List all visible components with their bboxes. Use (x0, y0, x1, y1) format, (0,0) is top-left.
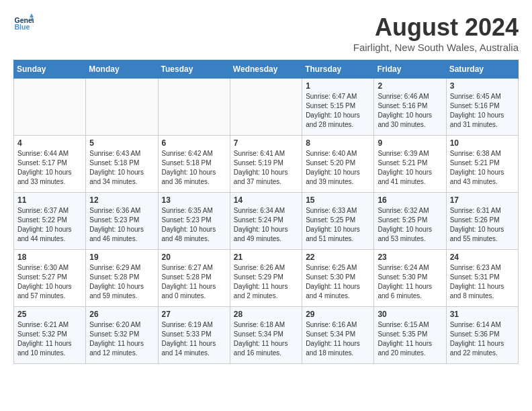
day-number: 6 (162, 138, 226, 148)
logo: General Blue (13, 13, 34, 34)
calendar-cell: 4Sunrise: 6:44 AM Sunset: 5:17 PM Daylig… (14, 136, 86, 193)
calendar-cell: 7Sunrise: 6:41 AM Sunset: 5:19 PM Daylig… (230, 136, 302, 193)
calendar-subtitle: Fairlight, New South Wales, Australia (353, 42, 519, 53)
calendar-week-2: 4Sunrise: 6:44 AM Sunset: 5:17 PM Daylig… (14, 136, 519, 193)
calendar-week-5: 25Sunrise: 6:21 AM Sunset: 5:32 PM Dayli… (14, 307, 519, 364)
calendar-cell (14, 79, 86, 136)
title-area: August 2024 Fairlight, New South Wales, … (353, 13, 519, 53)
day-number: 13 (162, 195, 226, 205)
day-info: Sunrise: 6:44 AM Sunset: 5:17 PM Dayligh… (17, 149, 82, 187)
day-info: Sunrise: 6:31 AM Sunset: 5:26 PM Dayligh… (450, 206, 515, 244)
day-info: Sunrise: 6:34 AM Sunset: 5:24 PM Dayligh… (234, 206, 298, 244)
calendar-cell: 14Sunrise: 6:34 AM Sunset: 5:24 PM Dayli… (230, 193, 302, 250)
calendar-cell: 12Sunrise: 6:36 AM Sunset: 5:23 PM Dayli… (86, 193, 158, 250)
day-info: Sunrise: 6:23 AM Sunset: 5:31 PM Dayligh… (450, 263, 515, 301)
calendar-cell: 6Sunrise: 6:42 AM Sunset: 5:18 PM Daylig… (158, 136, 230, 193)
day-info: Sunrise: 6:42 AM Sunset: 5:18 PM Dayligh… (162, 149, 226, 187)
day-info: Sunrise: 6:14 AM Sunset: 5:36 PM Dayligh… (450, 320, 515, 358)
weekday-header-row: SundayMondayTuesdayWednesdayThursdayFrid… (14, 60, 519, 79)
day-info: Sunrise: 6:32 AM Sunset: 5:25 PM Dayligh… (378, 206, 442, 244)
day-info: Sunrise: 6:38 AM Sunset: 5:21 PM Dayligh… (450, 149, 515, 187)
day-number: 9 (378, 138, 442, 148)
day-number: 31 (450, 310, 515, 319)
calendar-cell: 15Sunrise: 6:33 AM Sunset: 5:25 PM Dayli… (302, 193, 374, 250)
day-info: Sunrise: 6:39 AM Sunset: 5:21 PM Dayligh… (378, 149, 442, 187)
calendar-cell: 19Sunrise: 6:29 AM Sunset: 5:28 PM Dayli… (86, 250, 158, 307)
day-number: 5 (89, 138, 154, 148)
weekday-header-monday: Monday (86, 60, 158, 79)
day-number: 3 (450, 81, 515, 91)
calendar-cell: 29Sunrise: 6:16 AM Sunset: 5:34 PM Dayli… (302, 307, 374, 364)
calendar-cell: 9Sunrise: 6:39 AM Sunset: 5:21 PM Daylig… (374, 136, 446, 193)
calendar-cell: 31Sunrise: 6:14 AM Sunset: 5:36 PM Dayli… (446, 307, 518, 364)
day-number: 29 (306, 310, 370, 319)
day-number: 18 (17, 253, 82, 262)
calendar-cell: 17Sunrise: 6:31 AM Sunset: 5:26 PM Dayli… (446, 193, 518, 250)
day-info: Sunrise: 6:43 AM Sunset: 5:18 PM Dayligh… (89, 149, 154, 187)
day-info: Sunrise: 6:47 AM Sunset: 5:15 PM Dayligh… (306, 92, 370, 130)
day-info: Sunrise: 6:25 AM Sunset: 5:30 PM Dayligh… (306, 263, 370, 301)
calendar-header: SundayMondayTuesdayWednesdayThursdayFrid… (14, 60, 519, 79)
day-info: Sunrise: 6:29 AM Sunset: 5:28 PM Dayligh… (89, 263, 154, 301)
calendar-cell: 1Sunrise: 6:47 AM Sunset: 5:15 PM Daylig… (302, 79, 374, 136)
day-info: Sunrise: 6:45 AM Sunset: 5:16 PM Dayligh… (450, 92, 515, 130)
calendar-week-1: 1Sunrise: 6:47 AM Sunset: 5:15 PM Daylig… (14, 79, 519, 136)
calendar-cell (86, 79, 158, 136)
svg-text:Blue: Blue (15, 23, 30, 31)
day-info: Sunrise: 6:33 AM Sunset: 5:25 PM Dayligh… (306, 206, 370, 244)
day-number: 12 (89, 195, 154, 205)
weekday-header-wednesday: Wednesday (230, 60, 302, 79)
day-number: 17 (450, 195, 515, 205)
day-number: 14 (234, 195, 298, 205)
weekday-header-saturday: Saturday (446, 60, 518, 79)
calendar-table: SundayMondayTuesdayWednesdayThursdayFrid… (13, 60, 519, 364)
calendar-cell: 27Sunrise: 6:19 AM Sunset: 5:33 PM Dayli… (158, 307, 230, 364)
calendar-title: August 2024 (353, 13, 519, 42)
calendar-cell: 22Sunrise: 6:25 AM Sunset: 5:30 PM Dayli… (302, 250, 374, 307)
logo-icon: General Blue (13, 13, 34, 34)
day-info: Sunrise: 6:24 AM Sunset: 5:30 PM Dayligh… (378, 263, 442, 301)
day-number: 1 (306, 81, 370, 91)
calendar-cell (230, 79, 302, 136)
day-info: Sunrise: 6:18 AM Sunset: 5:34 PM Dayligh… (234, 320, 298, 358)
calendar-cell (158, 79, 230, 136)
day-number: 19 (89, 253, 154, 262)
calendar-cell: 5Sunrise: 6:43 AM Sunset: 5:18 PM Daylig… (86, 136, 158, 193)
day-info: Sunrise: 6:35 AM Sunset: 5:23 PM Dayligh… (162, 206, 226, 244)
day-number: 11 (17, 195, 82, 205)
day-number: 27 (162, 310, 226, 319)
day-number: 23 (378, 253, 442, 262)
day-info: Sunrise: 6:30 AM Sunset: 5:27 PM Dayligh… (17, 263, 82, 301)
day-number: 7 (234, 138, 298, 148)
weekday-header-tuesday: Tuesday (158, 60, 230, 79)
calendar-cell: 28Sunrise: 6:18 AM Sunset: 5:34 PM Dayli… (230, 307, 302, 364)
calendar-week-4: 18Sunrise: 6:30 AM Sunset: 5:27 PM Dayli… (14, 250, 519, 307)
calendar-cell: 11Sunrise: 6:37 AM Sunset: 5:22 PM Dayli… (14, 193, 86, 250)
day-number: 15 (306, 195, 370, 205)
calendar-cell: 8Sunrise: 6:40 AM Sunset: 5:20 PM Daylig… (302, 136, 374, 193)
day-number: 26 (89, 310, 154, 319)
day-info: Sunrise: 6:37 AM Sunset: 5:22 PM Dayligh… (17, 206, 82, 244)
day-number: 25 (17, 310, 82, 319)
calendar-cell: 21Sunrise: 6:26 AM Sunset: 5:29 PM Dayli… (230, 250, 302, 307)
calendar-cell: 24Sunrise: 6:23 AM Sunset: 5:31 PM Dayli… (446, 250, 518, 307)
day-info: Sunrise: 6:21 AM Sunset: 5:32 PM Dayligh… (17, 320, 82, 358)
day-number: 8 (306, 138, 370, 148)
calendar-cell: 18Sunrise: 6:30 AM Sunset: 5:27 PM Dayli… (14, 250, 86, 307)
calendar-cell: 26Sunrise: 6:20 AM Sunset: 5:32 PM Dayli… (86, 307, 158, 364)
day-number: 21 (234, 253, 298, 262)
day-info: Sunrise: 6:15 AM Sunset: 5:35 PM Dayligh… (378, 320, 442, 358)
day-info: Sunrise: 6:40 AM Sunset: 5:20 PM Dayligh… (306, 149, 370, 187)
calendar-cell: 3Sunrise: 6:45 AM Sunset: 5:16 PM Daylig… (446, 79, 518, 136)
day-number: 16 (378, 195, 442, 205)
calendar-cell: 30Sunrise: 6:15 AM Sunset: 5:35 PM Dayli… (374, 307, 446, 364)
day-info: Sunrise: 6:41 AM Sunset: 5:19 PM Dayligh… (234, 149, 298, 187)
day-number: 2 (378, 81, 442, 91)
header: General Blue August 2024 Fairlight, New … (13, 13, 519, 53)
weekday-header-sunday: Sunday (14, 60, 86, 79)
day-info: Sunrise: 6:27 AM Sunset: 5:28 PM Dayligh… (162, 263, 226, 301)
calendar-cell: 16Sunrise: 6:32 AM Sunset: 5:25 PM Dayli… (374, 193, 446, 250)
weekday-header-thursday: Thursday (302, 60, 374, 79)
calendar-cell: 25Sunrise: 6:21 AM Sunset: 5:32 PM Dayli… (14, 307, 86, 364)
day-info: Sunrise: 6:26 AM Sunset: 5:29 PM Dayligh… (234, 263, 298, 301)
